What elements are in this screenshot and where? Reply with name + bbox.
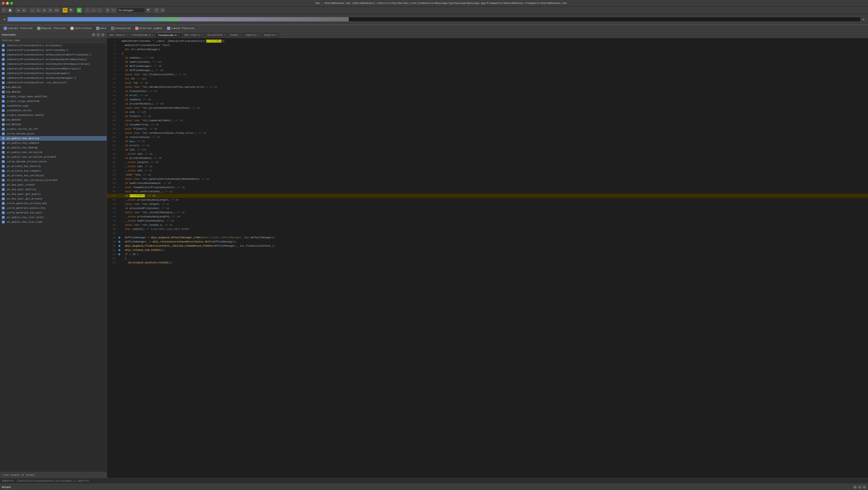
code-line[interactable]: 50 objc_msgSend_fileExistsAtPath__x8tox2… xyxy=(107,244,868,248)
function-list-item[interactable]: f-[WAStaticPrivateKeyStore privateKeyDat… xyxy=(0,57,106,62)
tab-structures[interactable]: Structures✕ xyxy=(205,32,228,38)
code-line[interactable]: 40 const char *str_length; // x1 xyxy=(107,202,868,206)
function-list-item[interactable]: f_ec_public_key_destroy xyxy=(0,136,106,141)
code-line[interactable]: 44 __int64 newPrivateKeyData; // x0 xyxy=(107,219,868,223)
function-list-item[interactable]: f_ec_key_pair_get_public xyxy=(0,192,106,196)
function-list-item[interactable]: f_ec_key_pair_get_private xyxy=(0,196,106,201)
code-line[interactable]: 42 const char *str_initWithKeyData_; // … xyxy=(107,210,868,215)
function-list-item[interactable]: f_ec_public_key_list_alloc xyxy=(0,215,106,220)
tab-close-btn[interactable]: ✕ xyxy=(201,34,203,36)
functions-close-btn[interactable]: − xyxy=(96,33,100,37)
function-list-item[interactable]: fsub_BE329C xyxy=(0,118,106,122)
code-line[interactable]: 33 _WORD *v31; // x0 xyxy=(107,173,868,177)
tab-close-btn[interactable]: ✕ xyxy=(224,34,226,36)
toolbar-forward-btn[interactable]: ▶ xyxy=(22,8,27,13)
code-line[interactable]: 23 const char *str_setResourceValue_forK… xyxy=(107,131,868,135)
tab-close-btn[interactable]: ✕ xyxy=(258,34,259,36)
function-list-item[interactable]: f_ec_key_pair_destroy xyxy=(0,187,106,192)
function-list-item[interactable]: f_crypto_vsign_modified xyxy=(0,99,106,104)
code-line[interactable]: 48 defFileManager = objc_msgSend_default… xyxy=(107,235,868,240)
function-list-item[interactable]: f-[WAStaticPrivateKeyStore keychainWrapp… xyxy=(0,71,106,76)
function-list-item[interactable]: f_crypto_hashblocks_sha512 xyxy=(0,113,106,118)
code-line[interactable]: 16 id privateKeyData_; // x0 xyxy=(107,102,868,106)
code-line[interactable]: 17 const char *str_privateKeyDataFromKey… xyxy=(107,106,868,110)
code-line[interactable]: 18 id v16; // x21 xyxy=(107,110,868,114)
function-list-item[interactable]: f_ec_public_key_serialize xyxy=(0,150,106,155)
output-minimize-btn[interactable]: − xyxy=(858,485,862,489)
code-line[interactable]: 53 { xyxy=(107,256,868,261)
code-line[interactable]: 1WAEC25519PrivateKey *__cdecl -[WAStatic… xyxy=(107,39,868,43)
code-line[interactable]: 37 void *str_setPrivateKey_; // x1 xyxy=(107,190,868,194)
toolbar-step-btn[interactable]: ↓ xyxy=(85,8,90,13)
output-config-btn[interactable]: ⚙ xyxy=(853,485,857,489)
code-line[interactable]: 54 zerotosp18_sp18tox4_F261D8(); xyxy=(107,261,868,265)
code-line[interactable]: 46 char v45[24]; // [xsp+20h] [xbp-50h] … xyxy=(107,227,868,231)
toolbar-stop-btn[interactable]: ✕ xyxy=(97,8,102,13)
function-list-item[interactable]: f-[WAStaticPrivateKeyStore setPrivateKey… xyxy=(0,48,106,53)
function-list-item[interactable]: f_ec_private_key_serialize xyxy=(0,173,106,178)
toolbar-continue-btn[interactable]: ▷ xyxy=(111,8,116,13)
function-list-item[interactable]: f_curve_decode_private_point xyxy=(0,159,106,164)
code-line[interactable]: 25 id key; // x3 xyxy=(107,139,868,143)
tab-imports[interactable]: Imports✕ xyxy=(244,32,262,38)
functions-maximize-btn[interactable]: ✕ xyxy=(101,33,105,37)
code-line[interactable]: 30 __int64 length3; // x0 xyxy=(107,160,868,164)
code-line[interactable]: 7 id defFileManager; // x0 xyxy=(107,64,868,68)
code-line[interactable]: 13 id fileContent; // x2 xyxy=(107,89,868,93)
function-list-item[interactable]: f_curve_generate_public_key xyxy=(0,206,106,210)
toolbar-hex-btn[interactable]: ⬚ xyxy=(30,8,35,13)
code-line[interactable]: 24 id resourceValue; // x2 xyxy=(107,135,868,139)
toolbar-graph-btn[interactable]: ⬙ xyxy=(36,8,41,13)
code-line[interactable]: 5 id newData_; // x20 xyxy=(107,56,868,60)
code-line[interactable]: 26 id error1; // x4 xyxy=(107,143,868,148)
nav-right-arrow[interactable]: ▶ xyxy=(862,17,866,22)
nav-left-arrow[interactable]: ◀ xyxy=(2,17,6,22)
code-line[interactable]: 51 objc_release_x20_F0AE3C(); xyxy=(107,248,868,252)
function-list-item[interactable]: fsub_BE0110 xyxy=(0,85,106,90)
code-area[interactable]: 1WAEC25519PrivateKey *__cdecl -[WAStatic… xyxy=(107,38,868,478)
function-list-item[interactable]: f-[WAStaticPrivateKeyStore privateKey] xyxy=(0,43,106,48)
tab-exports[interactable]: Exports✕ xyxy=(262,32,280,38)
code-line[interactable]: 45 const char *str_length_1; // x1 xyxy=(107,223,868,227)
code-line[interactable]: 3 SEL str_defaultManager) xyxy=(107,47,868,52)
toolbar-green-btn[interactable]: ▶ xyxy=(77,8,82,13)
code-line[interactable]: 19 id fileUrl; // x0 xyxy=(107,114,868,119)
code-line[interactable]: 4{ xyxy=(107,52,868,56)
code-line[interactable]: 29 id privateKeyData; // x0 xyxy=(107,156,868,160)
function-list-item[interactable]: f_curve_generate_key_pair xyxy=(0,210,106,215)
toolbar-xref-btn[interactable]: ⟺ xyxy=(54,8,60,13)
function-list-item[interactable]: f-[WAStaticPrivateKeyStore setKeychainIt… xyxy=(0,53,106,57)
code-line[interactable]: 2 WAStaticPrivateKeyStore *self, xyxy=(107,43,868,47)
function-list-item[interactable]: f_ec_private_key_serialize_protobuf xyxy=(0,178,106,183)
code-line[interactable]: 38 id privateKey; // x2 xyxy=(107,194,868,198)
code-line[interactable]: 34 const char *str_generatePrivateKeyWit… xyxy=(107,177,868,181)
code-line[interactable]: 21 id nsnumberTrue; // x0 xyxy=(107,123,868,127)
function-list-item[interactable]: f_curve_decode_point xyxy=(0,131,106,136)
code-line[interactable]: 6 id newPrivateKey; // x22 xyxy=(107,60,868,64)
toolbar-save-btn[interactable]: 💾 xyxy=(7,8,12,13)
function-list-item[interactable]: f_vxed25519_sign xyxy=(0,104,106,108)
toolbar-pause-btn[interactable]: ⏸ xyxy=(105,8,110,13)
code-line[interactable]: 52 if ( v8 ) xyxy=(107,252,868,256)
function-list-item[interactable]: f_crypto_verify_32_ref xyxy=(0,127,106,131)
code-line[interactable]: 9 const char *str_fileExistsAtPath_; // … xyxy=(107,72,868,77)
code-line[interactable]: 32 __int64 v30; // x2 xyxy=(107,169,868,173)
tab-enums[interactable]: Enums✕ xyxy=(228,32,244,38)
tab-pseudocode-c[interactable]: Pseudocode-C✕ xyxy=(156,32,182,38)
code-line[interactable]: 27 id v25; // x23 xyxy=(107,148,868,152)
function-list-item[interactable]: f-[WAStaticPrivateKeyStore .cxx_destruct… xyxy=(0,80,106,85)
tab-close-btn[interactable]: ✕ xyxy=(152,34,153,36)
tab-ida-view-a[interactable]: IDA View-A✕ xyxy=(107,32,130,38)
toolbar-list-btn[interactable]: ≋ xyxy=(48,8,53,13)
function-list-item[interactable]: f_ec_public_key_memcmp xyxy=(0,145,106,150)
code-line[interactable]: 41 id allocatedPrivateKey; // x0 xyxy=(107,206,868,210)
close-button[interactable] xyxy=(2,2,5,5)
code-line[interactable]: 43 __int64 privateKeyDataLength1; // x0 xyxy=(107,215,868,219)
toolbar-text-btn[interactable]: ≣ xyxy=(42,8,47,13)
code-line[interactable]: 20 const char *str_numberWithBool_; // x… xyxy=(107,119,868,123)
code-line[interactable]: 10 int v8; // w21 xyxy=(107,77,868,81)
toolbar-stepover-btn[interactable]: ↪ xyxy=(91,8,96,13)
code-line[interactable]: 31 __int64 v29; // x1 xyxy=(107,164,868,169)
tab-hex-view-1[interactable]: Hex View-1✕ xyxy=(182,32,205,38)
tab-close-btn[interactable]: ✕ xyxy=(276,34,278,36)
